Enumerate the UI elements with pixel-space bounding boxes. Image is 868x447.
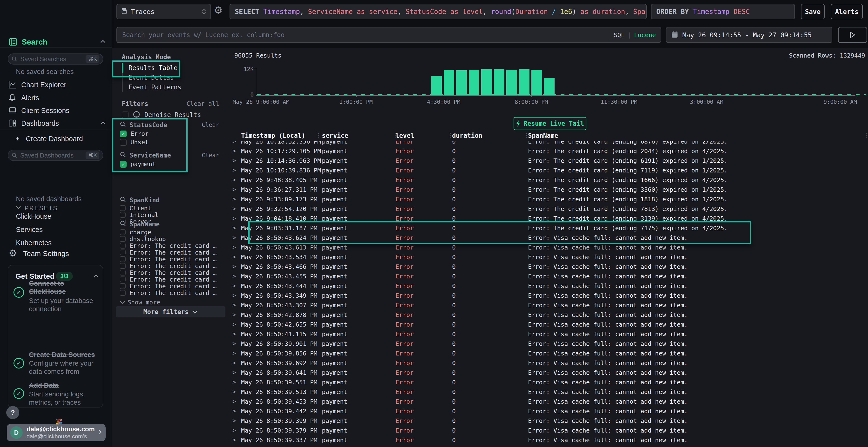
filter-option[interactable]: Error: The credit card … [120, 269, 219, 276]
filter-option[interactable]: Error: The credit card … [120, 276, 219, 283]
date-range-picker[interactable]: May 26 09:14:55 - May 27 09:14:55 [666, 27, 832, 43]
table-row[interactable]: >May 26 10:18:52.356 PMpaymentError0Erro… [229, 141, 868, 146]
table-row[interactable]: >May 26 8:50:39.298 PMpaymentError0Error… [229, 445, 868, 447]
table-row[interactable]: >May 26 8:50:39.641 PMpaymentError0Error… [229, 368, 868, 377]
table-row[interactable]: >May 26 9:36:27.311 PMpaymentError0Error… [229, 185, 868, 194]
histogram-bar[interactable] [506, 70, 517, 95]
help-button[interactable]: ? [6, 406, 19, 419]
row-expand-chevron[interactable]: > [229, 331, 241, 337]
table-row[interactable]: >May 26 8:50:42.878 PMpaymentError0Error… [229, 310, 868, 319]
filter-option[interactable]: Error: The credit card … [120, 289, 219, 296]
saved-searches-input[interactable]: Saved Searches ⌘K [8, 54, 103, 65]
row-expand-chevron[interactable]: > [229, 408, 241, 414]
histogram-bar[interactable] [531, 70, 542, 95]
filter-clear-button[interactable]: Clear [202, 122, 219, 128]
histogram-bar[interactable] [519, 69, 529, 95]
filter-checkbox[interactable] [120, 243, 126, 248]
table-row[interactable]: >May 26 8:50:39.399 PMpaymentError0Error… [229, 416, 868, 425]
row-expand-chevron[interactable]: > [229, 157, 241, 164]
query-settings-gear-icon[interactable]: ⚙ [214, 5, 223, 15]
filter-checkbox[interactable] [120, 263, 126, 269]
column-resize-handle[interactable]: ⋮ [393, 132, 399, 138]
col-header-spanname[interactable]: SpanName [528, 132, 868, 139]
col-header-timestamp[interactable]: Timestamp (Local) [241, 132, 322, 139]
table-row[interactable]: >May 26 8:50:43.349 PMpaymentError0Error… [229, 291, 868, 300]
filter-checkbox[interactable] [120, 276, 126, 282]
table-row[interactable]: >May 26 9:04:18.410 PMpaymentError0Error… [229, 214, 868, 223]
clear-all-button[interactable]: Clear all [180, 100, 219, 107]
table-row[interactable]: >May 26 9:33:09.173 PMpaymentError0Error… [229, 194, 868, 204]
search-icon[interactable] [120, 121, 126, 129]
table-row[interactable]: >May 26 8:50:43.455 PMpaymentError0Error… [229, 271, 868, 281]
sql-select-input[interactable]: SELECT Timestamp, ServiceName as service… [229, 4, 647, 19]
histogram-bar[interactable] [431, 76, 442, 95]
analysis-mode-event-deltas[interactable]: Event Deltas [122, 73, 209, 82]
table-row[interactable]: >May 26 8:50:43.466 PMpaymentError0Error… [229, 262, 868, 271]
lucene-toggle[interactable]: Lucene [634, 32, 656, 38]
table-row[interactable]: >May 26 8:50:39.337 PMpaymentError0Error… [229, 435, 868, 445]
table-row[interactable]: >May 26 8:50:39.442 PMpaymentError0Error… [229, 406, 868, 416]
filter-option[interactable]: dns.lookup [120, 236, 219, 242]
table-row[interactable]: >May 26 8:50:39.551 PMpaymentError0Error… [229, 377, 868, 387]
filter-checkbox[interactable] [120, 270, 126, 276]
row-expand-chevron[interactable]: > [229, 263, 241, 270]
row-expand-chevron[interactable]: > [229, 311, 241, 318]
filter-option[interactable]: Error: The credit card … [120, 283, 219, 289]
run-search-button[interactable] [838, 27, 867, 43]
column-resize-handle[interactable]: ⋮ [447, 132, 453, 138]
create-dashboard-button[interactable]: + Create Dashboard [16, 135, 83, 143]
save-button[interactable]: Save [801, 4, 825, 19]
table-row[interactable]: >May 26 8:50:39.901 PMpaymentError0Error… [229, 339, 868, 348]
row-expand-chevron[interactable]: > [229, 379, 241, 386]
column-resize-handle[interactable]: ⋮ [315, 132, 321, 138]
search-icon[interactable] [120, 220, 126, 228]
table-row[interactable]: >May 26 10:14:36.963 PMpaymentError0Erro… [229, 156, 868, 166]
histogram-bar[interactable] [444, 70, 454, 95]
row-expand-chevron[interactable]: > [229, 225, 241, 232]
more-filters-button[interactable]: More filters [116, 306, 225, 317]
histogram-bar[interactable] [481, 69, 492, 95]
histogram-bar[interactable] [544, 78, 555, 95]
row-expand-chevron[interactable]: > [229, 427, 241, 434]
row-expand-chevron[interactable]: > [229, 292, 241, 299]
row-expand-chevron[interactable]: > [229, 244, 241, 251]
filter-option[interactable]: ✓payment [120, 160, 219, 168]
table-row[interactable]: >May 26 8:50:39.856 PMpaymentError0Error… [229, 348, 868, 358]
row-expand-chevron[interactable]: > [229, 141, 241, 145]
row-expand-chevron[interactable]: > [229, 321, 241, 328]
results-histogram[interactable]: 12K 0 May 26 9:00:00 AM1:00:00 PM4:30:00… [229, 63, 868, 106]
filter-checkbox[interactable]: ✓ [120, 161, 127, 168]
histogram-bar[interactable] [456, 70, 467, 95]
sidebar-item-preset-services[interactable]: Services [16, 226, 52, 234]
filter-checkbox[interactable] [120, 205, 126, 211]
row-expand-chevron[interactable]: > [229, 148, 241, 154]
filter-option[interactable]: Error: The credit card … [120, 256, 219, 263]
row-expand-chevron[interactable]: > [229, 302, 241, 309]
filter-option[interactable]: Error: The credit card … [120, 263, 219, 269]
sidebar-item-dashboards[interactable]: Dashboards [21, 119, 59, 128]
row-expand-chevron[interactable]: > [229, 253, 241, 260]
table-row[interactable]: >May 26 10:17:29.105 PMpaymentError0Erro… [229, 146, 868, 156]
chevron-up-icon[interactable] [100, 39, 106, 43]
filter-option[interactable]: Error: The credit card … [120, 242, 219, 249]
row-expand-chevron[interactable]: > [229, 215, 241, 222]
row-expand-chevron[interactable]: > [229, 282, 241, 289]
table-row[interactable]: >May 26 8:50:43.444 PMpaymentError0Error… [229, 281, 868, 291]
column-resize-handle[interactable]: ⋮ [864, 132, 868, 138]
row-expand-chevron[interactable]: > [229, 186, 241, 193]
table-row[interactable]: >May 26 8:50:43.307 PMpaymentError0Error… [229, 300, 868, 310]
user-menu[interactable]: D dale@clickhouse.com dale@clickhouse.co… [7, 424, 105, 441]
row-expand-chevron[interactable]: > [229, 273, 241, 280]
filter-checkbox[interactable] [120, 256, 126, 262]
saved-dashboards-input[interactable]: Saved Dashboards ⌘K [8, 150, 103, 161]
table-row[interactable]: >May 26 8:50:39.692 PMpaymentError0Error… [229, 358, 868, 368]
table-row[interactable]: >May 26 8:50:39.513 PMpaymentError0Error… [229, 387, 868, 397]
sidebar-item-search[interactable]: Search [22, 38, 48, 46]
sidebar-item-client-sessions[interactable]: Client Sessions [21, 107, 69, 115]
filter-clear-button[interactable]: Clear [202, 152, 219, 159]
table-row[interactable]: >May 26 10:10:39.836 PMpaymentError0Erro… [229, 166, 868, 175]
col-header-level[interactable]: level [396, 132, 452, 139]
sidebar-item-team-settings[interactable]: Team Settings [23, 249, 69, 258]
denoise-results-row[interactable]: Denoise Results [122, 111, 201, 119]
filter-checkbox[interactable] [120, 229, 126, 235]
